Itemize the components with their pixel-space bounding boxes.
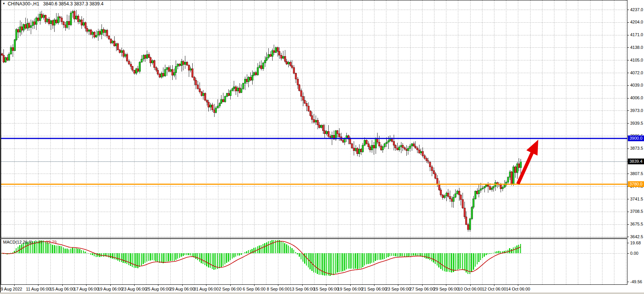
macd-axis-label: -49.56: [630, 279, 642, 284]
price-tag-support: 3780.0: [628, 181, 644, 187]
ohlc-values: 3840.6 3854.3 3837.3 3839.4: [43, 1, 103, 7]
price-axis-label: 3873.5: [630, 146, 643, 150]
price-axis-label: 4072.0: [630, 70, 643, 75]
price-axis-label: 4237.0: [630, 7, 643, 12]
chart-canvas[interactable]: [0, 0, 644, 294]
time-axis-label: 11 Aug 06:00: [26, 287, 50, 291]
time-axis-label: 2 Sep 06:00: [219, 287, 241, 291]
macd-indicator-name: MACD(12,26,9): [3, 240, 32, 244]
time-axis-label: 23 Sep 06:00: [386, 287, 411, 291]
price-axis-label: 3807.5: [630, 171, 643, 176]
time-axis-label: 19 Sep 06:00: [338, 287, 363, 291]
time-axis-label: 27 Sep 06:00: [409, 287, 434, 291]
time-axis-label: 29 Sep 06:00: [433, 287, 458, 291]
trading-chart-window: ▼CHINA300-,H13840.6 3854.3 3837.3 3839.4…: [0, 0, 644, 294]
time-axis-label: 10 Oct 06:00: [458, 287, 482, 291]
macd-main-value: 0.79: [34, 240, 42, 244]
time-axis-label: 29 Aug 06:00: [170, 287, 195, 291]
price-axis-label: 3939.5: [630, 121, 643, 125]
price-axis-label: 3642.5: [630, 234, 643, 239]
time-axis-label: 6 Sep 06:00: [243, 287, 265, 291]
window-bottom-edge: [0, 292, 644, 294]
time-axis-label: 12 Oct 06:00: [482, 287, 506, 291]
price-axis-label: 4171.0: [630, 32, 643, 37]
macd-panel-label: MACD(12,26,9)0.79-19.79: [3, 240, 57, 244]
time-axis-label: 19 Aug 06:00: [98, 287, 123, 291]
time-axis-label: 17 Aug 06:00: [74, 287, 99, 291]
time-axis-label: 14 Oct 06:00: [506, 287, 530, 291]
time-axis-label: 25 Aug 06:00: [146, 287, 171, 291]
price-axis-label: 4204.0: [630, 20, 643, 24]
time-axis-label: 13 Sep 06:00: [290, 287, 315, 291]
price-axis-label: 4138.0: [630, 45, 643, 50]
price-axis-label: 3708.5: [630, 209, 643, 214]
price-tag-current-price: 3839.4: [628, 159, 644, 164]
time-axis-label: 21 Sep 06:00: [361, 287, 386, 291]
price-axis-label: 3741.5: [630, 197, 643, 201]
symbol-period-label: CHINA300-,H1: [8, 1, 39, 7]
price-tag-resistance: 3900.0: [628, 135, 644, 141]
time-axis-label: 15 Aug 06:00: [50, 287, 75, 291]
time-axis-label: 23 Aug 06:00: [122, 287, 147, 291]
macd-axis-label: 0.00: [630, 251, 638, 256]
price-axis-label: 3973.0: [630, 108, 643, 113]
price-axis-label: 4039.0: [630, 83, 643, 87]
price-axis-label: 3675.5: [630, 222, 643, 226]
price-axis-label: 4105.0: [630, 58, 643, 62]
time-axis-label: 9 Aug 2022: [1, 287, 22, 291]
price-axis-label: 4006.0: [630, 95, 643, 100]
time-axis-label: 8 Sep 06:00: [267, 287, 290, 291]
macd-axis-label: 19.68: [630, 241, 641, 245]
chart-title-bar: ▼CHINA300-,H13840.6 3854.3 3837.3 3839.4: [2, 1, 103, 7]
window-left-border: [0, 0, 1, 294]
macd-signal-value: -19.79: [45, 240, 57, 244]
time-axis-label: 15 Sep 06:00: [313, 287, 338, 291]
symbol-dropdown-icon[interactable]: ▼: [2, 2, 5, 5]
time-axis-label: 31 Aug 06:00: [194, 287, 219, 291]
